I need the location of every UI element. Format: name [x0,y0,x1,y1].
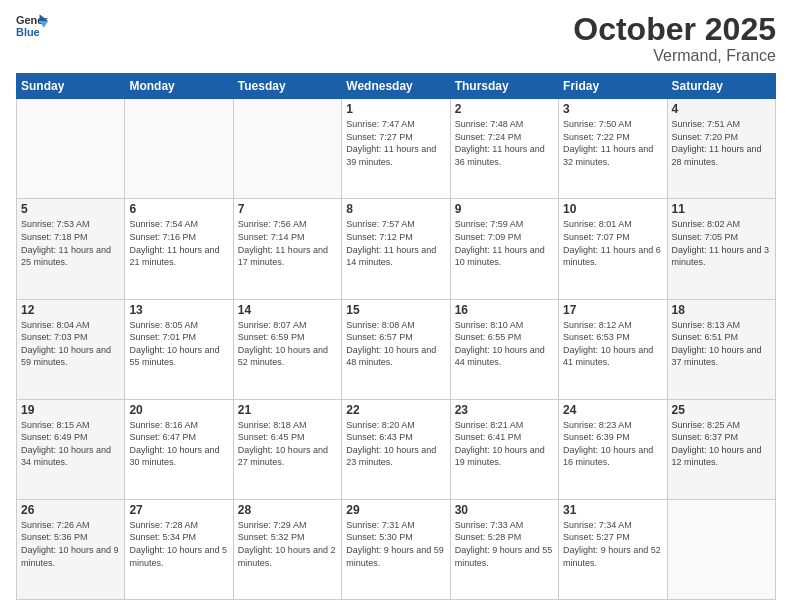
table-row: 5Sunrise: 7:53 AMSunset: 7:18 PMDaylight… [17,199,125,299]
day-info: Sunrise: 8:07 AMSunset: 6:59 PMDaylight:… [238,319,337,369]
table-row: 22Sunrise: 8:20 AMSunset: 6:43 PMDayligh… [342,399,450,499]
day-info: Sunrise: 8:12 AMSunset: 6:53 PMDaylight:… [563,319,662,369]
table-row: 16Sunrise: 8:10 AMSunset: 6:55 PMDayligh… [450,299,558,399]
calendar-table: Sunday Monday Tuesday Wednesday Thursday… [16,73,776,600]
day-info: Sunrise: 7:26 AMSunset: 5:36 PMDaylight:… [21,519,120,569]
table-row: 31Sunrise: 7:34 AMSunset: 5:27 PMDayligh… [559,499,667,599]
col-friday: Friday [559,74,667,99]
day-number: 21 [238,403,337,417]
day-info: Sunrise: 8:25 AMSunset: 6:37 PMDaylight:… [672,419,771,469]
table-row: 9Sunrise: 7:59 AMSunset: 7:09 PMDaylight… [450,199,558,299]
day-number: 17 [563,303,662,317]
day-info: Sunrise: 7:34 AMSunset: 5:27 PMDaylight:… [563,519,662,569]
page: General Blue General Blue October 2025 V… [0,0,792,612]
day-info: Sunrise: 8:05 AMSunset: 7:01 PMDaylight:… [129,319,228,369]
table-row: 25Sunrise: 8:25 AMSunset: 6:37 PMDayligh… [667,399,775,499]
table-row [667,499,775,599]
day-info: Sunrise: 8:10 AMSunset: 6:55 PMDaylight:… [455,319,554,369]
day-number: 5 [21,202,120,216]
table-row: 27Sunrise: 7:28 AMSunset: 5:34 PMDayligh… [125,499,233,599]
svg-text:Blue: Blue [16,26,40,38]
calendar-week-row: 26Sunrise: 7:26 AMSunset: 5:36 PMDayligh… [17,499,776,599]
title-block: October 2025 Vermand, France [573,12,776,65]
day-info: Sunrise: 8:01 AMSunset: 7:07 PMDaylight:… [563,218,662,268]
header: General Blue General Blue October 2025 V… [16,12,776,65]
table-row: 14Sunrise: 8:07 AMSunset: 6:59 PMDayligh… [233,299,341,399]
day-number: 26 [21,503,120,517]
month-title: October 2025 [573,12,776,47]
day-number: 11 [672,202,771,216]
day-info: Sunrise: 8:20 AMSunset: 6:43 PMDaylight:… [346,419,445,469]
day-number: 19 [21,403,120,417]
day-number: 6 [129,202,228,216]
table-row [125,99,233,199]
day-info: Sunrise: 8:04 AMSunset: 7:03 PMDaylight:… [21,319,120,369]
day-number: 30 [455,503,554,517]
day-number: 23 [455,403,554,417]
day-number: 25 [672,403,771,417]
calendar-week-row: 1Sunrise: 7:47 AMSunset: 7:27 PMDaylight… [17,99,776,199]
col-sunday: Sunday [17,74,125,99]
day-number: 8 [346,202,445,216]
day-info: Sunrise: 7:50 AMSunset: 7:22 PMDaylight:… [563,118,662,168]
day-info: Sunrise: 8:02 AMSunset: 7:05 PMDaylight:… [672,218,771,268]
logo-icon: General Blue [16,12,48,40]
table-row: 19Sunrise: 8:15 AMSunset: 6:49 PMDayligh… [17,399,125,499]
day-number: 1 [346,102,445,116]
day-number: 16 [455,303,554,317]
day-info: Sunrise: 7:28 AMSunset: 5:34 PMDaylight:… [129,519,228,569]
day-number: 27 [129,503,228,517]
day-info: Sunrise: 7:54 AMSunset: 7:16 PMDaylight:… [129,218,228,268]
table-row: 15Sunrise: 8:08 AMSunset: 6:57 PMDayligh… [342,299,450,399]
logo: General Blue General Blue [16,12,48,40]
table-row: 7Sunrise: 7:56 AMSunset: 7:14 PMDaylight… [233,199,341,299]
day-number: 29 [346,503,445,517]
day-info: Sunrise: 8:15 AMSunset: 6:49 PMDaylight:… [21,419,120,469]
day-number: 24 [563,403,662,417]
day-number: 20 [129,403,228,417]
day-info: Sunrise: 8:23 AMSunset: 6:39 PMDaylight:… [563,419,662,469]
table-row: 2Sunrise: 7:48 AMSunset: 7:24 PMDaylight… [450,99,558,199]
calendar-week-row: 12Sunrise: 8:04 AMSunset: 7:03 PMDayligh… [17,299,776,399]
table-row: 13Sunrise: 8:05 AMSunset: 7:01 PMDayligh… [125,299,233,399]
location-title: Vermand, France [573,47,776,65]
table-row: 4Sunrise: 7:51 AMSunset: 7:20 PMDaylight… [667,99,775,199]
day-info: Sunrise: 7:48 AMSunset: 7:24 PMDaylight:… [455,118,554,168]
table-row: 30Sunrise: 7:33 AMSunset: 5:28 PMDayligh… [450,499,558,599]
day-number: 14 [238,303,337,317]
day-info: Sunrise: 8:13 AMSunset: 6:51 PMDaylight:… [672,319,771,369]
table-row: 11Sunrise: 8:02 AMSunset: 7:05 PMDayligh… [667,199,775,299]
day-info: Sunrise: 8:16 AMSunset: 6:47 PMDaylight:… [129,419,228,469]
day-number: 7 [238,202,337,216]
table-row: 10Sunrise: 8:01 AMSunset: 7:07 PMDayligh… [559,199,667,299]
calendar-header-row: Sunday Monday Tuesday Wednesday Thursday… [17,74,776,99]
table-row [17,99,125,199]
table-row: 20Sunrise: 8:16 AMSunset: 6:47 PMDayligh… [125,399,233,499]
table-row: 3Sunrise: 7:50 AMSunset: 7:22 PMDaylight… [559,99,667,199]
day-number: 18 [672,303,771,317]
day-info: Sunrise: 8:18 AMSunset: 6:45 PMDaylight:… [238,419,337,469]
col-wednesday: Wednesday [342,74,450,99]
calendar-week-row: 5Sunrise: 7:53 AMSunset: 7:18 PMDaylight… [17,199,776,299]
table-row: 6Sunrise: 7:54 AMSunset: 7:16 PMDaylight… [125,199,233,299]
table-row [233,99,341,199]
day-info: Sunrise: 7:53 AMSunset: 7:18 PMDaylight:… [21,218,120,268]
day-info: Sunrise: 7:51 AMSunset: 7:20 PMDaylight:… [672,118,771,168]
table-row: 18Sunrise: 8:13 AMSunset: 6:51 PMDayligh… [667,299,775,399]
table-row: 28Sunrise: 7:29 AMSunset: 5:32 PMDayligh… [233,499,341,599]
table-row: 23Sunrise: 8:21 AMSunset: 6:41 PMDayligh… [450,399,558,499]
day-number: 31 [563,503,662,517]
table-row: 26Sunrise: 7:26 AMSunset: 5:36 PMDayligh… [17,499,125,599]
day-info: Sunrise: 7:47 AMSunset: 7:27 PMDaylight:… [346,118,445,168]
day-number: 4 [672,102,771,116]
day-number: 9 [455,202,554,216]
table-row: 12Sunrise: 8:04 AMSunset: 7:03 PMDayligh… [17,299,125,399]
day-number: 22 [346,403,445,417]
day-info: Sunrise: 7:56 AMSunset: 7:14 PMDaylight:… [238,218,337,268]
day-info: Sunrise: 7:33 AMSunset: 5:28 PMDaylight:… [455,519,554,569]
table-row: 21Sunrise: 8:18 AMSunset: 6:45 PMDayligh… [233,399,341,499]
col-tuesday: Tuesday [233,74,341,99]
day-info: Sunrise: 7:29 AMSunset: 5:32 PMDaylight:… [238,519,337,569]
table-row: 17Sunrise: 8:12 AMSunset: 6:53 PMDayligh… [559,299,667,399]
col-monday: Monday [125,74,233,99]
